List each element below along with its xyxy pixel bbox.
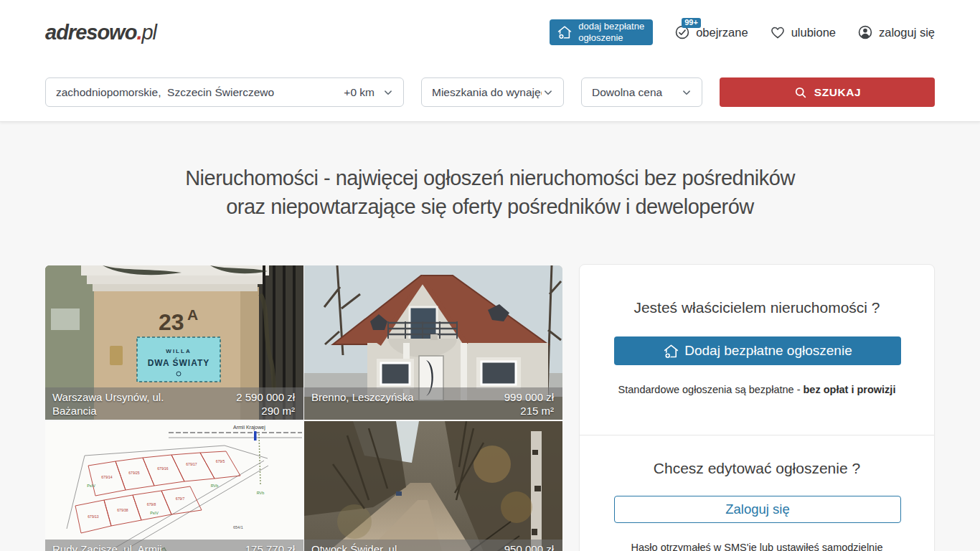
listing-price: 175 770 zł — [245, 542, 295, 551]
radius-value: +0 km — [344, 86, 374, 99]
search-bar: zachodniopomorskie, Szczecin Świerczewo … — [45, 77, 935, 107]
svg-text:679/38: 679/38 — [117, 508, 128, 512]
svg-text:679/5: 679/5 — [216, 459, 225, 463]
chevron-down-icon — [382, 86, 395, 99]
house-plus-icon — [663, 343, 679, 359]
edit-section-title: Chcesz edytować ogłoszenie ? — [580, 460, 934, 477]
listing-card-1[interactable]: 23 A WILLA DWA ŚWIATY — [45, 265, 303, 420]
listing-price: 950 000 zł — [504, 542, 554, 551]
svg-text:RVb: RVb — [211, 484, 219, 488]
sidebar-card: Jesteś właścicielem nieruchomości ? Doda… — [579, 264, 935, 551]
listing-overlay: Warszawa Ursynów, ul. Bażancia 2 590 000… — [45, 387, 303, 420]
listing-card-4[interactable]: Otwock Świder, ul. 950 000 zł — [304, 421, 562, 551]
listing-card-2[interactable]: Brenno, Leszczyńska 999 000 zł 215 m² — [304, 265, 562, 420]
header: adresowo.pl dodaj bezpłatne — [0, 0, 980, 122]
search-button-label: SZUKAJ — [814, 86, 862, 99]
house-plus-icon — [557, 24, 573, 40]
topbar-nav: dodaj bezpłatne ogłoszenie 99+ obejrzane — [550, 19, 935, 45]
price-value: Dowolna cena — [592, 86, 680, 99]
listing-overlay: Otwock Świder, ul. 950 000 zł — [304, 540, 562, 551]
listing-location: Bażancia — [52, 404, 164, 418]
nav-login-label: zaloguj się — [879, 26, 935, 39]
owner-section-note: Standardowe ogłoszenia są bezpłatne - be… — [580, 384, 934, 395]
page-title-line1: Nieruchomości - najwięcej ogłoszeń nieru… — [0, 164, 980, 192]
search-button[interactable]: SZUKAJ — [720, 77, 935, 107]
nav-viewed-label: obejrzane — [696, 26, 748, 39]
location-select[interactable]: zachodniopomorskie, Szczecin Świerczewo … — [45, 77, 404, 107]
nav-viewed[interactable]: 99+ obejrzane — [674, 24, 748, 40]
topbar: adresowo.pl dodaj bezpłatne — [45, 0, 935, 65]
user-circle-icon — [857, 24, 873, 40]
listing-price: 999 000 zł — [504, 390, 554, 404]
category-value: Mieszkania do wynajęcia — [432, 86, 542, 99]
svg-text:679/16: 679/16 — [157, 466, 169, 471]
nav-favorites[interactable]: ulubione — [770, 24, 836, 40]
add-free-listing-button[interactable]: Dodaj bezpłatne ogłoszenie — [614, 336, 901, 365]
listing-price: 2 590 000 zł — [236, 390, 295, 404]
sidebar-owner-section: Jesteś właścicielem nieruchomości ? Doda… — [580, 265, 934, 395]
listing-location: Warszawa Ursynów, ul. — [52, 390, 164, 404]
search-icon — [793, 85, 808, 100]
svg-text:654/1: 654/1 — [233, 525, 243, 529]
nav-favorites-label: ulubione — [791, 26, 836, 39]
edit-section-note: Hasło otrzymałeś w SMS'ie lub ustawiłeś … — [580, 542, 934, 551]
listing-location: Rudy Zacisze, ul. Armii — [52, 542, 162, 551]
listing-area: 290 m² — [236, 404, 295, 418]
viewed-count-badge: 99+ — [682, 18, 701, 28]
add-listing-label: dodaj bezpłatne ogłoszenie — [578, 21, 644, 44]
svg-text:679/8: 679/8 — [147, 502, 156, 507]
svg-text:DWA ŚWIATY: DWA ŚWIATY — [148, 357, 210, 368]
svg-text:PsIV: PsIV — [150, 511, 159, 515]
location-value: zachodniopomorskie, Szczecin Świerczewo — [56, 86, 338, 99]
svg-text:679/25: 679/25 — [128, 471, 140, 475]
chevron-down-icon — [680, 86, 693, 99]
heart-icon — [770, 24, 786, 40]
category-select[interactable]: Mieszkania do wynajęcia — [421, 77, 564, 107]
login-button[interactable]: Zaloguj się — [614, 496, 901, 523]
listing-overlay: Rudy Zacisze, ul. Armii 175 770 zł — [45, 540, 303, 551]
svg-text:679/13: 679/13 — [88, 514, 99, 519]
nav-login[interactable]: zaloguj się — [857, 24, 935, 40]
listing-overlay: Brenno, Leszczyńska 999 000 zł 215 m² — [304, 387, 562, 420]
listings-grid: 23 A WILLA DWA ŚWIATY — [45, 265, 562, 551]
price-select[interactable]: Dowolna cena — [581, 77, 702, 107]
svg-text:679/17: 679/17 — [186, 462, 197, 466]
logo[interactable]: adresowo.pl — [45, 21, 156, 44]
svg-text:679/7: 679/7 — [176, 496, 185, 501]
add-free-listing-label: Dodaj bezpłatne ogłoszenie — [684, 343, 852, 359]
listing-area: 215 m² — [504, 404, 554, 418]
svg-text:A: A — [187, 306, 198, 323]
svg-text:Armii Krajowej: Armii Krajowej — [233, 425, 265, 430]
sidebar-edit-section: Chcesz edytować ogłoszenie ? Zaloguj się… — [580, 435, 934, 551]
listing-location: Brenno, Leszczyńska — [311, 390, 414, 404]
page-title: Nieruchomości - najwięcej ogłoszeń nieru… — [0, 164, 980, 221]
svg-text:23: 23 — [159, 309, 184, 335]
chevron-down-icon — [542, 86, 555, 99]
svg-text:RVb: RVb — [257, 491, 265, 495]
page: adresowo.pl dodaj bezpłatne — [0, 0, 980, 551]
owner-section-title: Jesteś właścicielem nieruchomości ? — [580, 299, 934, 316]
login-button-label: Zaloguj się — [725, 501, 789, 517]
check-circle-icon: 99+ — [674, 24, 690, 40]
svg-text:WILLA: WILLA — [166, 348, 191, 354]
listing-photo-forest-road — [304, 421, 562, 551]
logo-brand: adresowo — [45, 21, 136, 44]
add-listing-button[interactable]: dodaj bezpłatne ogłoszenie — [550, 19, 653, 45]
page-title-line2: oraz niepowtarzające się oferty pośredni… — [0, 192, 980, 221]
svg-text:679/14: 679/14 — [101, 475, 113, 479]
svg-text:PsIV: PsIV — [87, 484, 95, 488]
listing-location: Otwock Świder, ul. — [311, 542, 400, 551]
logo-tld: pl — [141, 21, 156, 44]
listing-card-3[interactable]: Armii Krajowej — [45, 421, 303, 551]
listing-photo-plot-map: Armii Krajowej — [45, 421, 303, 551]
